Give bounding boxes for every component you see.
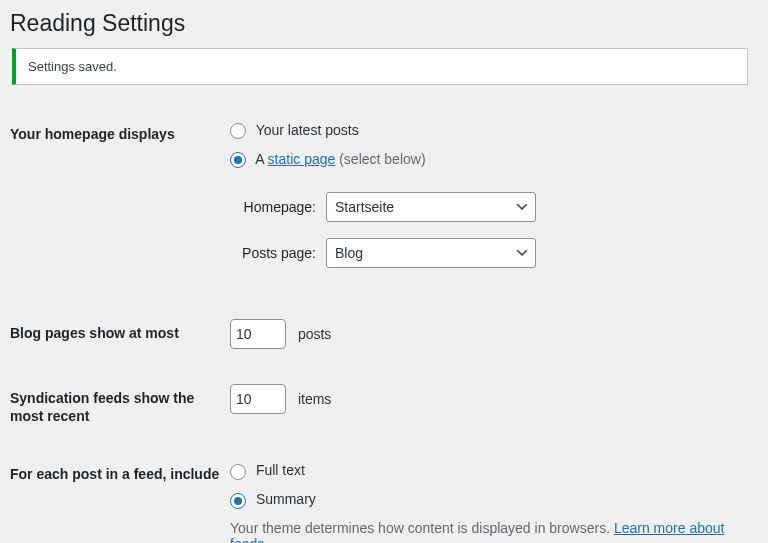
static-page-suboptions: Homepage: Startseite Posts page: Blog <box>230 192 738 268</box>
feed-content-group: Full text Summary <box>230 460 738 510</box>
feed-content-label: For each post in a feed, include <box>10 445 230 543</box>
page-title: Reading Settings <box>10 0 748 43</box>
feed-summary-radio[interactable] <box>230 493 246 509</box>
feed-description-suffix: . <box>264 536 268 543</box>
feed-full-text: Full text <box>256 462 305 478</box>
homepage-displays-label: Your homepage displays <box>10 105 230 304</box>
notice-success: Settings saved. <box>12 48 748 85</box>
syndication-unit: items <box>298 391 331 407</box>
feed-full-option[interactable]: Full text <box>230 460 738 481</box>
homepage-latest-radio[interactable] <box>230 123 246 139</box>
homepage-select[interactable]: Startseite <box>326 192 536 222</box>
syndication-input[interactable] <box>230 384 286 414</box>
feed-description: Your theme determines how content is dis… <box>230 520 738 543</box>
blog-pages-input[interactable] <box>230 319 286 349</box>
homepage-static-radio[interactable] <box>230 152 246 168</box>
feed-summary-option[interactable]: Summary <box>230 489 738 510</box>
homepage-static-suffix: (select below) <box>335 151 425 167</box>
feed-description-prefix: Your theme determines how content is dis… <box>230 520 614 536</box>
feed-summary-text: Summary <box>256 491 316 507</box>
homepage-static-prefix: A <box>255 151 267 167</box>
posts-page-select-label: Posts page: <box>230 245 326 261</box>
homepage-latest-text: Your latest posts <box>256 122 359 138</box>
blog-pages-label: Blog pages show at most <box>10 304 230 369</box>
homepage-static-option[interactable]: A static page (select below) <box>230 149 738 170</box>
homepage-latest-option[interactable]: Your latest posts <box>230 120 738 141</box>
static-page-link[interactable]: static page <box>268 151 336 167</box>
notice-text: Settings saved. <box>28 59 735 74</box>
homepage-select-label: Homepage: <box>230 199 326 215</box>
feed-full-radio[interactable] <box>230 464 246 480</box>
homepage-displays-group: Your latest posts A static page (select … <box>230 120 738 170</box>
syndication-label: Syndication feeds show the most recent <box>10 369 230 445</box>
settings-form-table: Your homepage displays Your latest posts… <box>10 105 748 543</box>
posts-page-select[interactable]: Blog <box>326 238 536 268</box>
blog-pages-unit: posts <box>298 326 331 342</box>
